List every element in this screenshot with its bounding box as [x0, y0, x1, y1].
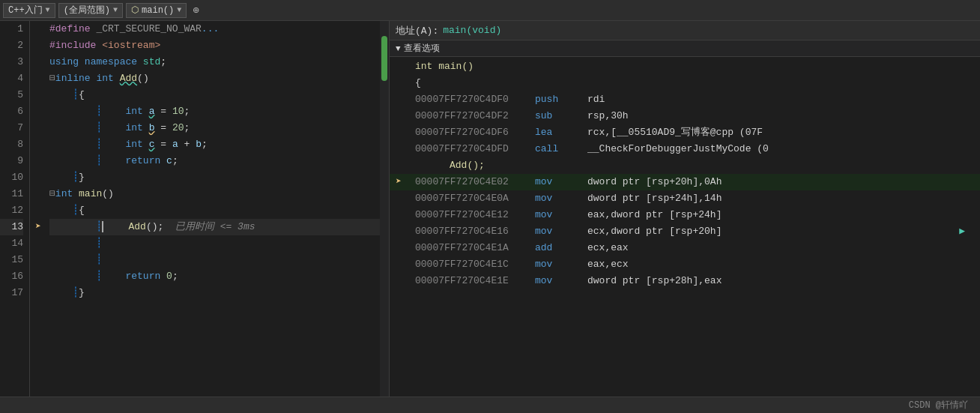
func-icon: ⬡ [131, 4, 139, 16]
project-dropdown-arrow: ▼ [46, 6, 50, 14]
code-line-5: ┊{ [49, 87, 380, 103]
scope-label: (全局范围) [64, 4, 110, 16]
code-line-10: ┊} [49, 169, 380, 186]
disasm-addr-3: 00007FF7270C4DF6 [415, 124, 535, 141]
disasm-header: 地址(A): main(void) [390, 21, 980, 40]
disasm-fn-header: int main() [390, 58, 980, 75]
disasm-mnem-11: mov [535, 273, 587, 289]
footer-text: CSDN @轩情吖 [909, 399, 968, 412]
disasm-mnem-6: mov [535, 190, 587, 207]
arrow-7 [30, 120, 46, 136]
line-num-10: 10 [0, 169, 23, 186]
line-num-16: 16 [0, 268, 23, 285]
disasm-row-6: 00007FF7270C4E0A mov dword ptr [rsp+24h]… [390, 190, 980, 207]
code-line-15: ┊ [49, 252, 380, 268]
disasm-row-1: 00007FF7270C4DF0 push rdi [390, 91, 980, 108]
line-num-13: 13 [0, 219, 23, 235]
line-num-1: 1 [0, 21, 23, 37]
disasm-row-10: 00007FF7270C4E1C mov eax,ecx [390, 256, 980, 273]
arrow-4 [30, 70, 46, 87]
arrow-5 [30, 87, 46, 103]
disasm-brace: { [390, 75, 980, 91]
arrow-1 [30, 21, 46, 37]
project-selector[interactable]: C++入门 ▼ [3, 3, 55, 18]
line-num-11: 11 [0, 186, 23, 202]
arrow-2 [30, 37, 46, 54]
line-num-14: 14 [0, 235, 23, 252]
disasm-mnem-8: mov [535, 223, 587, 240]
disasm-row-5: ➤ 00007FF7270C4E02 mov dword ptr [rsp+20… [390, 174, 980, 190]
disasm-row-9: 00007FF7270C4E1A add ecx,eax [390, 240, 980, 256]
disasm-row-11: 00007FF7270C4E1E mov dword ptr [rsp+28h]… [390, 273, 980, 289]
disasm-mnem-5: mov [535, 174, 587, 190]
disasm-mnem-7: mov [535, 207, 587, 223]
arrow-9 [30, 153, 46, 169]
disasm-mnem-9: add [535, 240, 587, 256]
scope-selector[interactable]: (全局范围) ▼ [58, 3, 123, 18]
arrow-3 [30, 54, 46, 70]
disasm-arrow-9 [396, 240, 415, 256]
disasm-right-arrow-icon: ▶ [959, 223, 965, 240]
disasm-mnem-4: call [535, 141, 587, 157]
disasm-ops-2: rsp,30h [587, 108, 974, 124]
disasm-addr-value: main(void) [443, 25, 501, 36]
disasm-addr-8: 00007FF7270C4E16 [415, 223, 535, 240]
disasm-arrow-7 [396, 207, 415, 223]
arrow-12 [30, 202, 46, 219]
disasm-arrow-8 [396, 223, 415, 240]
disasm-arrow-11 [396, 273, 415, 289]
scope-dropdown-arrow: ▼ [113, 6, 118, 14]
line-numbers: 1 2 3 4 5 6 7 8 9 10 11 12 13 14 15 16 1… [0, 21, 30, 397]
view-options-toggle[interactable]: ▼ 查看选项 [390, 40, 980, 57]
disasm-addr-11: 00007FF7270C4E1E [415, 273, 535, 289]
code-line-7: ┊ int b = 20; [49, 120, 380, 136]
code-content: 1 2 3 4 5 6 7 8 9 10 11 12 13 14 15 16 1… [0, 21, 389, 397]
arrow-8 [30, 136, 46, 153]
disasm-addr-7: 00007FF7270C4E12 [415, 207, 535, 223]
scrollbar-thumb[interactable] [381, 36, 387, 81]
disasm-ops-1: rdi [587, 91, 974, 108]
code-line-12: ┊{ [49, 202, 380, 219]
disasm-ops-7: eax,dword ptr [rsp+24h] [587, 207, 974, 223]
disasm-addr-9: 00007FF7270C4E1A [415, 240, 535, 256]
code-line-4: ⊟inline int Add() [49, 70, 380, 87]
line-num-6: 6 [0, 103, 23, 120]
toggle-arrow-icon: ▼ [396, 44, 401, 53]
project-label: C++入门 [8, 4, 43, 16]
disasm-ops-4: __CheckForDebuggerJustMyCode (0 [587, 141, 974, 157]
arrow-17 [30, 285, 46, 301]
disasm-call-line: Add(); [390, 157, 980, 174]
code-line-13: ┊ Add(); 已用时间 <= 3ms [49, 219, 380, 235]
func-selector[interactable]: ⬡ main() ▼ [126, 3, 187, 18]
disasm-arrow-2 [396, 108, 415, 124]
line-num-12: 12 [0, 202, 23, 219]
code-line-8: ┊ int c = a + b; [49, 136, 380, 153]
disasm-panel: 地址(A): main(void) ▼ 查看选项 int main() { 00… [390, 21, 980, 397]
disasm-arrow-10 [396, 256, 415, 273]
code-line-11: ⊟int main() [49, 186, 380, 202]
disasm-addr-2: 00007FF7270C4DF2 [415, 108, 535, 124]
disasm-content: int main() { 00007FF7270C4DF0 push rdi 0… [390, 57, 980, 397]
disasm-arrow-1 [396, 91, 415, 108]
line-num-2: 2 [0, 37, 23, 54]
arrow-14 [30, 235, 46, 252]
vertical-scrollbar[interactable] [380, 21, 389, 397]
disasm-addr-1: 00007FF7270C4DF0 [415, 91, 535, 108]
disasm-addr-4: 00007FF7270C4DFD [415, 141, 535, 157]
code-line-2: #include <iostream> [49, 37, 380, 54]
pin-button[interactable]: ⊕ [190, 4, 202, 16]
arrow-11 [30, 186, 46, 202]
disasm-mnem-3: lea [535, 124, 587, 141]
func-label: main() [142, 5, 174, 16]
code-line-9: ┊ return c; [49, 153, 380, 169]
main-area: 1 2 3 4 5 6 7 8 9 10 11 12 13 14 15 16 1… [0, 21, 980, 397]
disasm-ops-5: dword ptr [rsp+20h],0Ah [587, 174, 974, 190]
line-num-8: 8 [0, 136, 23, 153]
disasm-arrow-5: ➤ [396, 174, 415, 190]
code-lines[interactable]: #define _CRT_SECURE_NO_WAR... #include <… [46, 21, 380, 397]
disasm-ops-8: ecx,dword ptr [rsp+20h] [587, 223, 974, 240]
disasm-ops-9: ecx,eax [587, 240, 974, 256]
disasm-row-2: 00007FF7270C4DF2 sub rsp,30h [390, 108, 980, 124]
code-panel: 1 2 3 4 5 6 7 8 9 10 11 12 13 14 15 16 1… [0, 21, 390, 397]
line-num-5: 5 [0, 87, 23, 103]
